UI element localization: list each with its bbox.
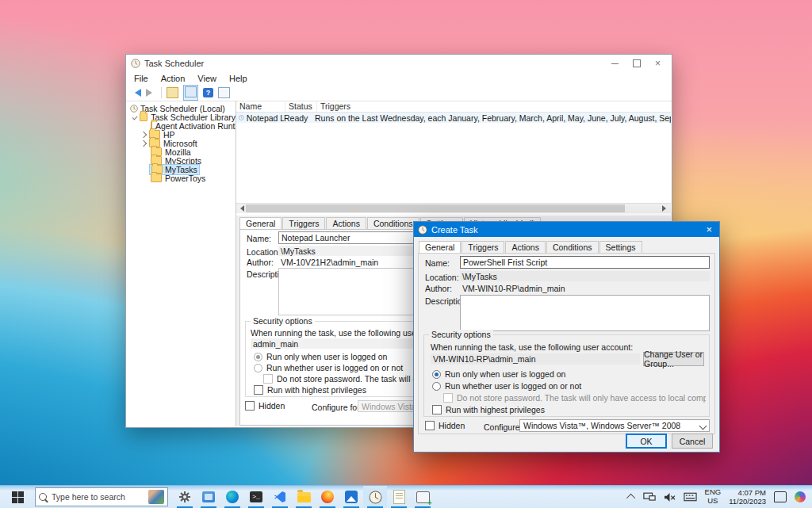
tab-triggers[interactable]: Triggers [282, 217, 325, 229]
tab-conditions[interactable]: Conditions [546, 241, 599, 253]
display-icon[interactable] [643, 492, 656, 502]
radio-run-logged-on-or-not[interactable]: Run whether user is logged on or not [254, 363, 403, 372]
cancel-button[interactable]: Cancel [672, 434, 713, 449]
change-user-button[interactable]: Change User or Group... [643, 352, 704, 366]
tab-settings[interactable]: Settings [599, 241, 642, 253]
titlebar[interactable]: Task Scheduler × [126, 55, 672, 72]
show-action-pane-icon[interactable] [218, 87, 230, 98]
notification-center-icon[interactable] [774, 491, 787, 502]
dialog-titlebar[interactable]: Create Task × [414, 222, 719, 237]
radio-selected-icon[interactable] [254, 353, 262, 361]
start-button[interactable] [0, 486, 35, 508]
configure-for-combo[interactable]: Windows Vista™, Windows Server™ 2008 [519, 419, 710, 432]
list-header: Name Status Triggers [236, 101, 671, 113]
scroll-right-icon[interactable] [662, 205, 669, 212]
tab-actions[interactable]: Actions [505, 241, 545, 253]
photos-icon [345, 491, 358, 503]
scroll-left-icon[interactable] [236, 205, 244, 212]
checkbox-hidden[interactable]: Hidden [245, 401, 285, 411]
chevron-right-icon[interactable] [140, 131, 147, 137]
radio-icon[interactable] [254, 364, 262, 372]
checkbox-run-highest-privileges[interactable]: Run with highest privileges [254, 385, 366, 395]
task-name-input[interactable]: PowerShell Frist Script [460, 256, 710, 269]
tab-general[interactable]: General [419, 241, 461, 253]
tree-item-label: PowerToys [165, 174, 205, 183]
taskbar-item-settings[interactable] [173, 486, 197, 508]
tree-item-mozilla[interactable]: Mozilla [127, 147, 236, 156]
menu-help[interactable]: Help [229, 74, 247, 83]
tree-item-agent-activation-runtime[interactable]: Agent Activation Runtime [127, 121, 236, 130]
minimize-button[interactable] [611, 63, 619, 64]
tree-library[interactable]: Task Scheduler Library [127, 113, 236, 121]
ok-button[interactable]: OK [626, 434, 667, 449]
task-triggers: Runs on the Last Wednesday, each January… [312, 113, 671, 123]
taskbar-item-terminal[interactable]: >_ [244, 486, 268, 508]
tree-item-microsoft[interactable]: Microsoft [127, 139, 236, 147]
search-icon [39, 493, 47, 501]
forward-icon[interactable] [146, 89, 156, 97]
taskbar-item-edge[interactable] [220, 486, 244, 508]
taskbar-item-task-scheduler[interactable] [363, 486, 387, 508]
description-input[interactable] [460, 295, 710, 331]
touch-keyboard-icon[interactable] [684, 492, 697, 502]
copilot-icon[interactable] [795, 491, 806, 502]
clock-date[interactable]: 4:07 PM 11/20/2023 [729, 488, 766, 506]
radio-icon[interactable] [432, 382, 441, 391]
chevron-down-icon[interactable] [132, 114, 138, 120]
checkbox-icon[interactable] [425, 421, 435, 430]
taskbar-item-notepad[interactable] [387, 486, 411, 508]
menu-action[interactable]: Action [161, 74, 186, 83]
taskbar-item-photos[interactable] [339, 486, 363, 508]
menubar: File Action View Help [126, 72, 672, 85]
help-icon[interactable]: ? [203, 88, 213, 97]
checkbox-icon[interactable] [254, 385, 263, 395]
checkbox-icon[interactable] [432, 405, 442, 414]
task-row-notepad-launcher[interactable]: Notepad La... Ready Runs on the Last Wed… [236, 113, 671, 123]
checkbox-hidden[interactable]: Hidden [425, 421, 465, 430]
close-button[interactable]: × [655, 60, 661, 67]
desktop: Task Scheduler × File Action View Help ? [0, 0, 812, 508]
tree-item-mytasks[interactable]: MyTasks [127, 165, 236, 174]
tray-date: 11/20/2023 [729, 497, 766, 506]
language-indicator[interactable]: ENG US [705, 488, 722, 506]
security-options-title: Security options [251, 316, 315, 326]
dialog-close-icon[interactable]: × [706, 223, 715, 235]
volume-muted-icon[interactable] [664, 492, 676, 502]
taskbar-item-firefox[interactable] [316, 486, 339, 508]
author-label: Author: [425, 284, 452, 293]
taskbar-item-file-explorer[interactable] [292, 486, 316, 508]
radio-selected-icon[interactable] [432, 370, 441, 379]
horizontal-scrollbar[interactable] [236, 203, 671, 213]
search-box[interactable]: Type here to search [35, 487, 168, 506]
tree-item-powertoys[interactable]: PowerToys [127, 174, 236, 182]
tab-general[interactable]: General [239, 217, 282, 229]
column-name[interactable]: Name [236, 101, 285, 112]
checkbox-icon[interactable] [245, 401, 255, 411]
tab-conditions[interactable]: Conditions [367, 217, 419, 229]
tab-triggers[interactable]: Triggers [462, 241, 504, 253]
back-icon[interactable] [131, 89, 141, 97]
column-status[interactable]: Status [285, 101, 317, 112]
hidden-icons-chevron[interactable] [626, 494, 634, 502]
chevron-right-icon[interactable] [140, 139, 147, 146]
taskbar-item-snipping-tool[interactable] [411, 486, 435, 508]
tree-item-hp[interactable]: HP [127, 130, 236, 139]
export-icon[interactable] [167, 87, 178, 98]
name-label: Name: [247, 234, 271, 243]
menu-view[interactable]: View [197, 74, 216, 83]
column-triggers[interactable]: Triggers [317, 101, 671, 112]
scrollbar-thumb[interactable] [246, 204, 625, 212]
checkbox-run-highest-privileges[interactable]: Run with highest privileges [432, 405, 545, 414]
menu-file[interactable]: File [134, 74, 148, 83]
vscode-icon [274, 491, 286, 503]
taskbar-item-vscode[interactable] [268, 486, 292, 508]
taskbar-item-remote-desktop[interactable] [197, 486, 220, 508]
search-highlight-image[interactable] [148, 490, 164, 504]
show-console-tree-button[interactable] [183, 85, 198, 101]
radio-run-logged-on-or-not[interactable]: Run whether user is logged on or not [432, 381, 581, 391]
maximize-button[interactable] [633, 59, 641, 67]
windows-logo-icon [12, 491, 24, 503]
radio-run-only-logged-on[interactable]: Run only when user is logged on [254, 352, 387, 361]
radio-run-only-logged-on[interactable]: Run only when user is logged on [432, 369, 565, 379]
tab-actions[interactable]: Actions [326, 217, 366, 229]
